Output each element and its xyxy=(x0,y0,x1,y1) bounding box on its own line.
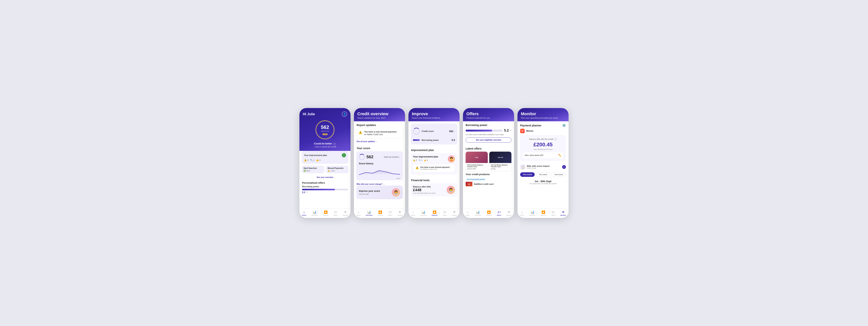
plan-chip-action: 🔧 1 xyxy=(310,159,315,162)
offers-grid: fluid Fluid 9 Month Balance Transfer Car… xyxy=(463,152,514,173)
see-overview-link[interactable]: See your overview xyxy=(300,175,350,180)
nav-offers-4[interactable]: 🏷 Offers xyxy=(497,211,501,216)
alert-triangle-icon: ⚠️ xyxy=(359,131,362,134)
nav-improve-label-5: Improve xyxy=(540,214,546,216)
bottom-nav-monitor: ⌂ Home 📊 Overview 🔼 Improve 🏷 Offers 👁 M… xyxy=(518,209,568,218)
date-title: 1st - 30th Sept xyxy=(520,180,566,183)
overview-score-number: 562 xyxy=(366,155,373,159)
nav-offers-label-3: Offers xyxy=(443,214,447,216)
edit-icon[interactable]: ✏️ xyxy=(558,154,561,157)
offers-subtitle: Products selected for you xyxy=(466,117,510,119)
score-small-ring xyxy=(359,154,365,160)
nav-offers-label-2: Offers xyxy=(388,214,392,216)
see-all-updates-link[interactable]: See all your updates → xyxy=(354,140,405,144)
offer-apr-2: 34.9% xyxy=(491,168,510,170)
nav-monitor-3[interactable]: 👁 Monitor xyxy=(452,211,457,216)
tab-next-week[interactable]: Next week xyxy=(551,172,566,177)
improve-icon: 🔼 xyxy=(324,210,328,214)
nav-improve-label-2: Improve xyxy=(378,214,383,216)
your-score-heading: Your score xyxy=(354,144,405,151)
home-icon-3: ⌂ xyxy=(412,211,414,214)
credit-ring-icon xyxy=(413,128,420,135)
phone-improve: Improve Reach your financial ambitions C… xyxy=(408,108,460,218)
nav-offers-label-4: Offers xyxy=(497,214,501,216)
monitor-title: Monitor xyxy=(521,111,565,116)
credit-products-title: Your credit products xyxy=(466,173,512,176)
info-icon[interactable]: i xyxy=(333,143,336,145)
offer-name-1: Fluid 9 Month Balance Transfer Card xyxy=(467,164,486,167)
bills-row[interactable]: 📋 Bills with score impact £292 in total … xyxy=(518,163,568,171)
nav-improve-2[interactable]: 🔼 Improve xyxy=(378,210,383,216)
hard-searches-card: Hard Searches ✅ None xyxy=(302,166,324,173)
borrow-bar-bg xyxy=(302,189,348,190)
monitor-icon-2: 👁 xyxy=(398,211,401,214)
overview-icon-5: 📊 xyxy=(530,210,534,214)
nav-improve-3[interactable]: 🔼 Improve xyxy=(432,210,438,216)
nav-monitor-4[interactable]: 👁 Monitor xyxy=(506,211,512,216)
monitor-icon-3: 👁 xyxy=(453,211,456,214)
nav-improve-5[interactable]: 🔼 Improve xyxy=(540,210,546,216)
gear-icon[interactable]: ⚙️ xyxy=(562,124,566,127)
overview-icon-2: 📊 xyxy=(367,210,371,214)
offer-name-2: 118 118 Money Balance Transfer Card xyxy=(491,164,510,167)
bp-value: 5.2 ⓘ xyxy=(504,129,512,133)
nav-home-2[interactable]: ⌂ Home xyxy=(356,211,361,216)
nav-home-3[interactable]: ⌂ Home xyxy=(411,211,415,216)
nav-improve[interactable]: 🔼 Improve xyxy=(323,210,329,216)
nav-monitor-5[interactable]: 👁 Monitor xyxy=(560,211,566,216)
score-of-label: out of 710 xyxy=(321,130,329,132)
nav-offers-2[interactable]: 🏷 Offers xyxy=(388,211,392,216)
bp-sub: You have some credit offers available to… xyxy=(466,134,512,136)
nav-monitor-label-5: Monitor xyxy=(560,214,566,216)
nav-overview-4[interactable]: 📊 Overview xyxy=(475,210,481,216)
borrow-info-icon[interactable]: ⓘ xyxy=(306,191,308,194)
balance-label: Balance after bills this month ? xyxy=(523,138,563,140)
nav-home-label-2: Home xyxy=(356,214,361,216)
bills-title: Bills with score impact xyxy=(527,165,550,167)
avatar-icon[interactable]: 👤 xyxy=(342,111,347,117)
eligibility-button[interactable]: See your eligibility overview xyxy=(466,137,512,142)
improve-subtitle: Reach your financial ambitions xyxy=(412,117,456,119)
nav-improve-4[interactable]: 🔼 Improve xyxy=(486,210,492,216)
missed-payment-alert[interactable]: ⚠️ You have a new missed payment on Hali… xyxy=(356,128,403,138)
nav-overview-5[interactable]: 📊 Overview xyxy=(529,210,535,216)
nav-overview[interactable]: 📊 Overview xyxy=(311,210,318,216)
bills-icon: 📋 xyxy=(520,164,525,170)
nav-offers-label-5: Offers xyxy=(551,214,555,216)
nav-overview-2[interactable]: 📊 Overview xyxy=(366,210,372,216)
nav-monitor-2[interactable]: 👁 Monitor xyxy=(398,211,403,216)
borrow-mini-bar xyxy=(413,139,420,141)
balance-info-icon[interactable]: ? xyxy=(554,138,557,140)
improve-score-card[interactable]: Improve your score See your tips 🧑‍💼 xyxy=(356,186,403,199)
bottom-nav-improve: ⌂ Home 📊 Overview 🔼 Improve 🏷 Offers 👁 M… xyxy=(408,209,460,218)
tab-this-month[interactable]: This month xyxy=(520,172,535,177)
bp-info-icon[interactable]: ⓘ xyxy=(509,129,512,132)
bills-info: Bills with score impact £292 in total xyxy=(527,165,550,169)
borrowing-power-section-4: Borrowing power 5.2 ⓘ You have some cred… xyxy=(463,121,514,145)
nav-home-5[interactable]: ⌂ Home xyxy=(520,211,524,216)
nav-overview-label-3: Overview xyxy=(420,214,427,216)
nav-offers-label: Offers xyxy=(334,214,338,216)
offer-image-1: fluid xyxy=(466,152,488,163)
nav-offers-5[interactable]: 🏷 Offers xyxy=(551,211,555,216)
promo-badge: Out of promotion period xyxy=(466,178,486,181)
monitor-body: Payment planner ⚙️ M Monzo Balance after… xyxy=(518,121,568,209)
offer-card-2[interactable]: 118 118 118 118 Money Balance Transfer C… xyxy=(489,152,512,171)
tab-this-week[interactable]: This week xyxy=(536,172,550,177)
home-icon-5: ⌂ xyxy=(521,211,523,214)
nav-offers[interactable]: 🏷 Offers xyxy=(334,211,338,216)
nav-home[interactable]: ⌂ Home xyxy=(302,211,306,216)
offer-card-1[interactable]: fluid Fluid 9 Month Balance Transfer Car… xyxy=(466,152,488,171)
nav-monitor[interactable]: 👁 Monitor xyxy=(343,211,348,216)
nav-monitor-label: Monitor xyxy=(343,214,348,216)
overview-icon-4: 📊 xyxy=(476,210,480,214)
natwest-row[interactable]: NW NatWest credit card xyxy=(466,182,512,186)
offer-details-1: Fluid 9 Month Balance Transfer Card 34.9… xyxy=(466,163,488,171)
plan-chip-warning: ⚠️ 3 xyxy=(304,159,309,162)
why-score-change-link[interactable]: Why did your score change? → xyxy=(354,182,388,186)
nav-offers-3[interactable]: 🏷 Offers xyxy=(443,211,447,216)
nav-overview-3[interactable]: 📊 Overview xyxy=(420,210,427,216)
nav-home-4[interactable]: ⌂ Home xyxy=(466,211,470,216)
financial-tools-item[interactable]: Balance after bills £448 Last checked to… xyxy=(411,183,457,196)
score-number: 562 xyxy=(321,124,329,130)
